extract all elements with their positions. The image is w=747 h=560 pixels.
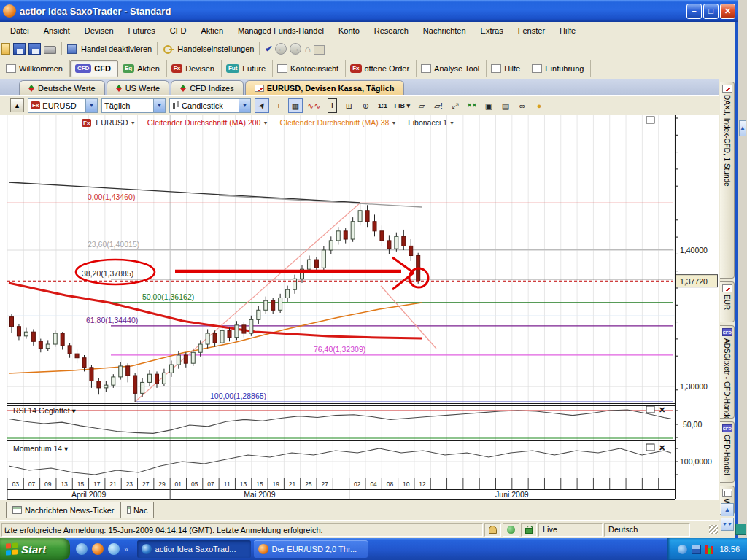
crosshair-tool[interactable]: +: [271, 98, 286, 113]
module-tab-analyse-tool[interactable]: Analyse Tool: [417, 60, 487, 77]
annotate-tool[interactable]: ⊞: [341, 98, 356, 113]
menu-item-extras[interactable]: Extras: [473, 24, 511, 37]
module-tab-kontoeinsicht[interactable]: Kontoeinsicht: [273, 60, 346, 77]
resize-grip[interactable]: [709, 525, 718, 534]
right-tab-dax-i-index-cfd-1-stunde[interactable]: DAX.I, Index-CFD, 1 Stunde: [720, 82, 735, 279]
module-tab-devisen[interactable]: FxDevisen: [167, 60, 222, 77]
resize-tool[interactable]: ⤢: [448, 98, 462, 113]
menu-item-research[interactable]: Research: [367, 24, 416, 37]
trade-disable-icon[interactable]: [67, 44, 77, 54]
alert-tool[interactable]: ●: [532, 98, 546, 113]
snapshot-tool[interactable]: ▣: [481, 98, 496, 113]
instrument-combo[interactable]: Fx EURUSD ▼: [28, 98, 98, 113]
chevron-down-icon[interactable]: ▼: [153, 99, 165, 112]
maximize-button[interactable]: □: [703, 4, 719, 19]
close-button[interactable]: ✕: [720, 4, 735, 19]
legend-fibonacci-1[interactable]: Fibonacci 1▼: [408, 118, 454, 127]
right-tab-eur[interactable]: EUR: [720, 281, 735, 322]
menu-item-datei[interactable]: Datei: [3, 24, 36, 37]
chevron-down-icon[interactable]: ▼: [391, 120, 396, 125]
menu-item-nachrichten[interactable]: Nachrichten: [416, 24, 473, 37]
menu-item-devisen[interactable]: Devisen: [77, 24, 121, 37]
ie-icon[interactable]: [76, 543, 88, 555]
firefox-icon[interactable]: [92, 543, 104, 555]
right-tab-adsgi-xetr-cfd-handel[interactable]: CFDADSGi:xetr - CFD-Handel: [720, 325, 735, 419]
task-button-actior-idea-saxotrad-[interactable]: actior Idea SaxoTrad...: [137, 540, 251, 558]
print-icon[interactable]: [44, 46, 56, 54]
info-tool[interactable]: i: [325, 98, 339, 113]
cursor-tool[interactable]: ➤: [255, 98, 269, 113]
clear-tool[interactable]: ▱!: [431, 98, 446, 113]
module-tab-einf-hrung[interactable]: Einführung: [527, 60, 591, 77]
indicator-tool[interactable]: ∿∿: [305, 98, 322, 113]
module-tab-future[interactable]: FutFuture: [222, 60, 273, 77]
momentum-panel-restore-icon[interactable]: [646, 444, 654, 451]
collapse-panel-button[interactable]: ▲: [10, 98, 24, 112]
chart-tab-us-werte[interactable]: US Werte: [107, 80, 169, 95]
chevron-down-icon[interactable]: ▼: [85, 99, 97, 112]
chevron-down-icon[interactable]: ▼: [263, 120, 268, 125]
update-tray-icon[interactable]: [678, 545, 687, 554]
menu-item-aktien[interactable]: Aktien: [193, 24, 231, 37]
module-tab-offene-order[interactable]: Fxoffene Order: [346, 60, 417, 77]
price-panel-restore-icon[interactable]: [646, 117, 654, 123]
module-tab-aktien[interactable]: EqAktien: [118, 60, 167, 77]
menu-item-managed-funds-handel[interactable]: Managed Funds-Handel: [231, 24, 331, 37]
module-tab-willkommen[interactable]: Willkommen: [1, 60, 70, 77]
chevron-down-icon[interactable]: ▼: [239, 99, 250, 112]
legend-gleitender-durchschnitt-ma-38[interactable]: Gleitender Durchschnitt (MA) 38▼: [279, 118, 396, 127]
link-tool[interactable]: ∞: [515, 98, 530, 113]
module-tab-cfd[interactable]: CFDCFD: [70, 60, 118, 77]
module-tab-hilfe[interactable]: Hilfe: [487, 60, 527, 77]
save-icon[interactable]: [13, 43, 26, 55]
menu-item-fenster[interactable]: Fenster: [511, 24, 552, 37]
period-combo[interactable]: Täglich ▼: [101, 98, 166, 113]
confirm-icon[interactable]: ✔: [265, 44, 272, 54]
import-icon[interactable]: [1, 43, 10, 55]
trade-disable-label[interactable]: Handel deaktivieren: [81, 44, 152, 53]
chevron-down-icon[interactable]: ▼: [131, 120, 136, 125]
chart-tab-deutsche-werte[interactable]: Deutsche Werte: [19, 80, 105, 95]
grid-toggle[interactable]: ▦: [288, 98, 303, 113]
chevron-more-icon[interactable]: »: [124, 545, 128, 553]
save-as-icon[interactable]: [28, 43, 41, 55]
refresh-frame-icon[interactable]: [314, 45, 325, 55]
one-to-one[interactable]: 1:1: [375, 98, 390, 113]
menu-item-cfd[interactable]: CFD: [163, 24, 194, 37]
chevron-down-icon[interactable]: ▼: [449, 120, 454, 125]
trade-settings-icon[interactable]: [163, 44, 173, 54]
chart-tab-cfd-indizes[interactable]: CFD Indizes: [171, 80, 244, 95]
home-icon[interactable]: ⌂: [304, 43, 310, 55]
rsi-panel-restore-icon[interactable]: [646, 406, 654, 413]
style-combo[interactable]: Candlestick ▼: [169, 98, 251, 113]
momentum-panel-close-icon[interactable]: ✕: [659, 443, 665, 452]
back-icon[interactable]: ←: [275, 43, 287, 55]
network-tray-icon[interactable]: [692, 545, 701, 554]
menu-item-ansicht[interactable]: Ansicht: [36, 24, 77, 37]
chart-tab-eurusd-devisen-kassa-t-glich[interactable]: EURUSD, Devisen Kassa, Täglich: [245, 80, 404, 95]
menu-item-futures[interactable]: Futures: [121, 24, 163, 37]
scroll-up-icon[interactable]: ▲: [739, 120, 746, 136]
legend-gleitender-durchschnitt-ma-200[interactable]: Gleitender Durchschnitt (MA) 200▼: [147, 118, 268, 127]
menu-item-hilfe[interactable]: Hilfe: [552, 24, 583, 37]
start-button[interactable]: Start: [0, 538, 70, 560]
eraser-tool[interactable]: ▱: [414, 98, 429, 113]
task-button-der-eur-usd-2-0-thr-[interactable]: Der EUR/USD 2,0 Thr...: [254, 540, 368, 558]
fib-tool[interactable]: FIB ▾: [392, 98, 412, 113]
chart-tray-icon[interactable]: [705, 545, 715, 554]
scroll-up-button[interactable]: ▲: [721, 503, 734, 516]
news-ticker-tab[interactable]: Nachrichten News-Ticker: [6, 502, 120, 518]
browser-icon[interactable]: [108, 543, 120, 555]
pin-tool[interactable]: ✖✖: [465, 98, 479, 113]
menu-item-konto[interactable]: Konto: [331, 24, 367, 37]
forward-icon[interactable]: →: [290, 43, 301, 55]
rsi-panel-close-icon[interactable]: ✕: [659, 405, 665, 414]
legend-eurusd[interactable]: FxEURUSD▼: [82, 118, 136, 127]
zoom-tool[interactable]: ⊕: [358, 98, 373, 113]
trade-settings-label[interactable]: Handelseinstellungen: [177, 44, 254, 53]
template-tool[interactable]: ▤: [498, 98, 513, 113]
scroll-down-button[interactable]: ▼▼: [721, 518, 734, 531]
minimize-button[interactable]: –: [686, 4, 702, 19]
right-tab-cfd-handel[interactable]: CFDCFD-Handel: [720, 421, 735, 483]
news-tab-2[interactable]: Nac: [120, 502, 154, 518]
